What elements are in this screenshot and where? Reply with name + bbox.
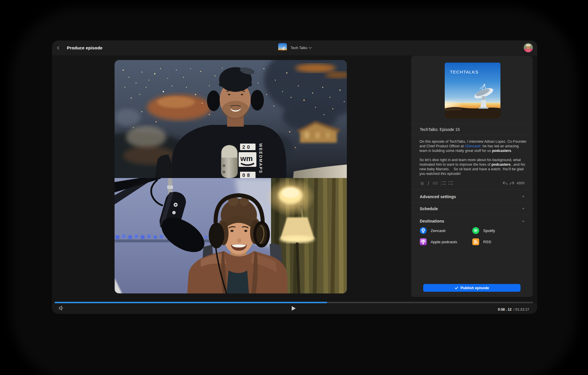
svg-text:WEEDMAPS: WEEDMAPS [258,143,263,174]
svg-text:08: 08 [242,173,252,178]
svg-text:I: I [427,181,430,186]
svg-text:20: 20 [242,144,252,150]
svg-text:TECHTALKS: TECHTALKS [450,69,479,74]
svg-text:wm: wm [240,154,253,163]
svg-text:1: 1 [440,181,442,183]
svg-text:B: B [421,181,424,186]
svg-text:2: 2 [440,183,442,186]
